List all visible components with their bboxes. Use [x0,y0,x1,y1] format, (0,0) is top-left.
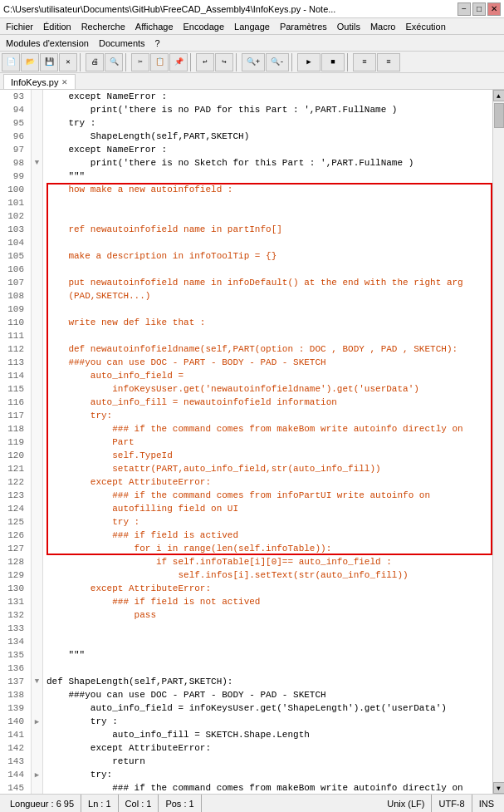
code-line-95: try : [46,116,492,130]
line-num-100: 100 [0,183,27,196]
status-bar: Longueur : 6 95 Ln : 1 Col : 1 Pos : 1 U… [0,794,504,812]
line-num-137: 137 [0,675,27,688]
line-num-98: 98 [0,156,27,170]
status-line-ending: Unix (LF) [380,795,432,812]
tb-extra1[interactable]: ≡ [353,53,376,71]
tb-copy[interactable]: 📋 [150,53,169,71]
menu-edition[interactable]: Édition [39,20,76,33]
line-num-102: 102 [0,209,27,223]
code-line-109 [46,303,492,316]
line-num-96: 96 [0,130,27,143]
fold-cell-98[interactable]: ▼ [32,156,42,170]
menu-fichier[interactable]: Fichier [2,20,37,33]
tab-close-icon[interactable]: ✕ [61,78,68,86]
fold-cell-133 [32,622,42,635]
code-line-128: if self.infoTable[i][0]== auto_info_fiel… [46,555,492,568]
code-line-101 [46,196,492,209]
fold-cell-135 [32,648,42,662]
code-line-145: ### if the command comes from makeBom wr… [46,781,492,794]
fold-cell-129 [32,568,42,582]
tb-zoom-in[interactable]: 🔍+ [242,53,265,71]
line-num-105: 105 [0,249,27,263]
scroll-down-arrow[interactable]: ▼ [493,782,505,794]
code-line-136 [46,662,492,675]
menu-bar-2: Modules d'extension Documents ? [0,35,504,52]
minimize-button[interactable]: − [458,2,471,16]
tb-cut[interactable]: ✂ [131,53,149,71]
line-num-142: 142 [0,741,27,755]
line-num-129: 129 [0,568,27,582]
code-line-130: except AttributeError: [46,582,492,595]
fold-cell-112 [32,342,42,356]
line-num-114: 114 [0,369,27,382]
fold-cell-103 [32,223,42,236]
tb-macro1[interactable]: ▶ [297,53,321,71]
maximize-button[interactable]: □ [472,2,486,16]
line-num-119: 119 [0,436,27,449]
line-num-104: 104 [0,236,27,249]
fold-cell-131 [32,595,42,608]
code-line-105: make a description in infoToolTip = {} [46,249,492,263]
tb-find[interactable]: 🔍 [105,53,123,71]
tb-paste[interactable]: 📌 [169,53,188,71]
tb-save[interactable]: 💾 [40,53,58,71]
tb-redo[interactable]: ↪ [215,53,233,71]
status-encoding: UTF-8 [432,795,472,812]
line-num-120: 120 [0,449,27,462]
menu-encodage[interactable]: Encodage [179,20,229,33]
tb-macro2[interactable]: ■ [321,53,345,71]
code-line-131: ### if field is not actived [46,595,492,608]
fold-cell-113 [32,356,42,369]
line-num-116: 116 [0,396,27,409]
tb-zoom-out[interactable]: 🔍- [266,53,289,71]
menu-macro[interactable]: Macro [366,20,400,33]
menu-recherche[interactable]: Recherche [77,20,130,33]
close-button[interactable]: ✕ [487,2,501,16]
menu-parametres[interactable]: Paramètres [276,20,331,33]
code-line-127: for i in range(len(self.infoTable)): [46,542,492,555]
code-line-96: ShapeLength(self,PART,SKETCH) [46,130,492,143]
scroll-up-arrow[interactable]: ▲ [493,90,505,101]
fold-cell-137[interactable]: ▼ [32,675,42,688]
title-bar-buttons: − □ ✕ [458,2,501,16]
menu-execution[interactable]: Exécution [401,20,449,33]
tb-print[interactable]: 🖨 [86,53,104,71]
scrollbar-vertical[interactable]: ▲ ▼ [492,90,504,794]
tb-new[interactable]: 📄 [2,53,20,71]
fold-cell-141 [32,728,42,741]
tb-extra2[interactable]: ≡ [377,53,400,71]
menu-documents[interactable]: Documents [95,37,149,50]
code-column[interactable]: except NameError : print('there is no PA… [43,90,492,794]
toolbar-sep-5 [291,53,295,71]
code-line-119: Part [46,436,492,449]
code-line-110: write new def like that : [46,316,492,329]
tb-open[interactable]: 📂 [21,53,39,71]
line-num-140: 140 [0,715,27,728]
line-num-95: 95 [0,116,27,130]
code-line-104 [46,236,492,249]
fold-cell-102 [32,209,42,223]
line-num-93: 93 [0,90,27,103]
fold-cell-144[interactable]: ▶ [32,768,42,781]
status-length: Longueur : 6 95 [3,795,81,812]
fold-cell-124 [32,502,42,515]
tab-infokeys[interactable]: InfoKeys.py ✕ [3,74,76,89]
fold-cell-123 [32,489,42,502]
menu-langage[interactable]: Langage [230,20,274,33]
code-line-133 [46,622,492,635]
fold-cell-104 [32,236,42,249]
menu-outils[interactable]: Outils [333,20,365,33]
fold-cell-117 [32,409,42,422]
menu-modules[interactable]: Modules d'extension [2,37,93,50]
editor-main: 9394959697989910010110210310410510610710… [0,90,504,794]
scroll-thumb[interactable] [494,103,504,128]
tb-undo[interactable]: ↩ [196,53,214,71]
fold-cell-108 [32,289,42,303]
line-num-145: 145 [0,781,27,794]
tb-close[interactable]: ✕ [59,53,77,71]
menu-affichage[interactable]: Affichage [131,20,178,33]
fold-cell-140[interactable]: ▶ [32,715,42,728]
code-line-139: auto_info_field = infoKeysUser.get('Shap… [46,701,492,715]
fold-cell-139 [32,701,42,715]
menu-help[interactable]: ? [151,37,164,50]
